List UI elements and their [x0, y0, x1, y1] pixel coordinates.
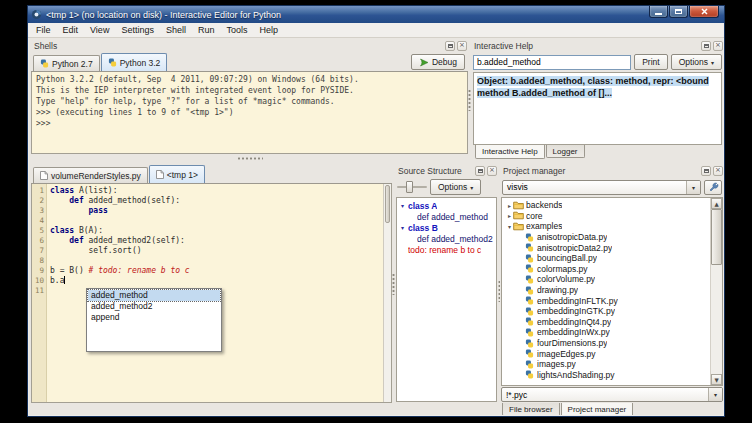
help-query-input[interactable] [473, 55, 631, 70]
autocomplete-item[interactable]: added_method2 [88, 301, 220, 312]
tree-item-label: anisotropicData2.py [537, 243, 612, 253]
help-options-button[interactable]: Options ▾ [671, 54, 722, 70]
splitter-structure-project[interactable] [498, 164, 500, 415]
structure-item[interactable]: def added_method [398, 211, 495, 222]
close-panel-button[interactable]: × [713, 41, 723, 51]
menu-run[interactable]: Run [192, 24, 221, 36]
project-file-row[interactable]: anisotropicData.py [503, 232, 710, 243]
project-panel-header[interactable]: Project manager × [500, 164, 723, 177]
project-folder-row[interactable]: ▸core [503, 211, 710, 222]
menu-tools[interactable]: Tools [220, 24, 253, 36]
project-folder-row[interactable]: ▾examples [503, 221, 710, 232]
menu-shell[interactable]: Shell [160, 24, 192, 36]
slider-handle[interactable] [406, 181, 413, 193]
structure-depth-slider[interactable] [397, 181, 427, 193]
autocomplete-item[interactable]: added_method [88, 290, 220, 301]
project-panel-title: Project manager [503, 166, 699, 176]
menu-settings[interactable]: Settings [115, 24, 160, 36]
shells-panel-header[interactable]: Shells × [31, 39, 468, 52]
help-content[interactable]: Object: b.added_method, class: method, r… [473, 72, 722, 145]
close-button[interactable] [689, 6, 719, 18]
title-bar[interactable]: <tmp 1> (no location on disk) - Interact… [28, 6, 724, 23]
float-panel-button[interactable] [701, 166, 711, 176]
structure-item[interactable]: ▾class A [398, 200, 495, 211]
filter-input[interactable] [502, 390, 708, 400]
maximize-button[interactable] [669, 6, 688, 18]
tree-item-label: embeddingInWx.py [537, 327, 610, 337]
project-file-row[interactable]: colormaps.py [503, 264, 710, 275]
window-title: <tmp 1> (no location on disk) - Interact… [46, 10, 720, 20]
scroll-up-icon[interactable]: ▲ [711, 198, 722, 209]
project-file-row[interactable]: fourDimensions.py [503, 338, 710, 349]
editor-scrollbar[interactable] [383, 184, 391, 402]
structure-item[interactable]: def added_method2 [398, 233, 495, 244]
project-file-row[interactable]: embeddingInWx.py [503, 327, 710, 338]
shell-line: >>> [36, 118, 463, 129]
project-tab-bar: File browserProject manager [500, 403, 723, 415]
autocomplete-item[interactable]: append [88, 312, 220, 323]
menu-edit[interactable]: Edit [57, 24, 85, 36]
tab-label: File browser [509, 405, 553, 414]
close-panel-button[interactable]: × [487, 166, 497, 176]
structure-panel-header[interactable]: Source Structure × [395, 164, 498, 177]
help-panel-header[interactable]: Interactive Help × [471, 39, 723, 52]
shell-tab-python-3-2[interactable]: Python 3.2 [101, 53, 168, 71]
menu-help[interactable]: Help [253, 24, 284, 36]
editor-tab-volumerenderstyles-py[interactable]: volumeRenderStyles.py [33, 167, 148, 183]
float-panel-button[interactable] [445, 41, 455, 51]
structure-item[interactable]: ▾class B [398, 222, 495, 233]
menu-view[interactable]: View [84, 24, 115, 36]
debug-run-icon [419, 58, 429, 67]
float-panel-button[interactable] [701, 41, 711, 51]
shell-output[interactable]: Python 3.2.2 (default, Sep 4 2011, 09:07… [31, 72, 468, 154]
shell-line: >>> (executing lines 1 to 9 of "<tmp 1>"… [36, 107, 463, 118]
structure-item-label: todo: rename b to c [408, 245, 481, 255]
main-area: Shells × Python 2.7Python 3.2 Debug Pyth… [29, 38, 723, 415]
scrollbar-thumb[interactable] [385, 185, 390, 223]
line-number: 2 [32, 196, 44, 206]
project-config-button[interactable] [704, 180, 722, 195]
help-tab-interactive-help[interactable]: Interactive Help [475, 145, 545, 159]
code-line [50, 256, 383, 266]
project-select[interactable]: visvis ▾ [502, 180, 701, 195]
scrollbar-track[interactable] [711, 209, 722, 374]
structure-item[interactable]: todo: rename b to c [398, 244, 495, 255]
project-tab-project-manager[interactable]: Project manager [561, 403, 634, 415]
project-file-row[interactable]: anisotropicData2.py [503, 242, 710, 253]
project-file-row[interactable]: embeddingInGTK.py [503, 306, 710, 317]
tree-item-label: core [526, 211, 543, 221]
splitter-horizontal[interactable] [31, 154, 468, 163]
project-file-row[interactable]: images.py [503, 359, 710, 370]
project-file-row[interactable]: colorVolume.py [503, 274, 710, 285]
structure-options-button[interactable]: Options ▾ [430, 179, 481, 195]
expanded-arrow-icon: ▾ [401, 202, 408, 209]
minimize-button[interactable] [649, 6, 668, 18]
project-file-row[interactable]: embeddingInQt4.py [503, 317, 710, 328]
help-tab-logger[interactable]: Logger [546, 145, 585, 158]
splitter-shells-help[interactable] [467, 39, 471, 160]
project-file-row[interactable]: drawing.py [503, 285, 710, 296]
project-scrollbar[interactable]: ▲ ▼ [710, 198, 722, 385]
scrollbar-thumb[interactable] [711, 209, 722, 265]
shell-tab-python-2-7[interactable]: Python 2.7 [33, 55, 100, 71]
project-file-row[interactable]: embeddingInFLTK.py [503, 295, 710, 306]
shell-line: Python 3.2.2 (default, Sep 4 2011, 09:07… [36, 74, 463, 85]
debug-button[interactable]: Debug [411, 54, 465, 70]
editor-tab-tmp-1[interactable]: <tmp 1> [149, 165, 205, 183]
splitter-editor-structure[interactable] [392, 164, 395, 403]
close-panel-button[interactable]: × [457, 41, 467, 51]
project-folder-row[interactable]: ▸backends [503, 200, 710, 211]
print-button[interactable]: Print [634, 54, 667, 70]
filter-combobox[interactable]: ▾ [501, 387, 723, 402]
float-panel-button[interactable] [475, 166, 485, 176]
project-file-row[interactable]: bouncingBall.py [503, 253, 710, 264]
project-file-row[interactable]: lightsAndShading.py [503, 370, 710, 381]
line-number: 11 [32, 286, 44, 296]
tree-item-label: embeddingInQt4.py [537, 317, 611, 327]
project-tab-file-browser[interactable]: File browser [502, 403, 560, 415]
project-file-row[interactable]: imageEdges.py [503, 348, 710, 359]
scroll-down-icon[interactable]: ▼ [711, 374, 722, 385]
menu-file[interactable]: File [30, 24, 57, 36]
python-file-icon [524, 360, 535, 369]
close-panel-button[interactable]: × [713, 166, 723, 176]
